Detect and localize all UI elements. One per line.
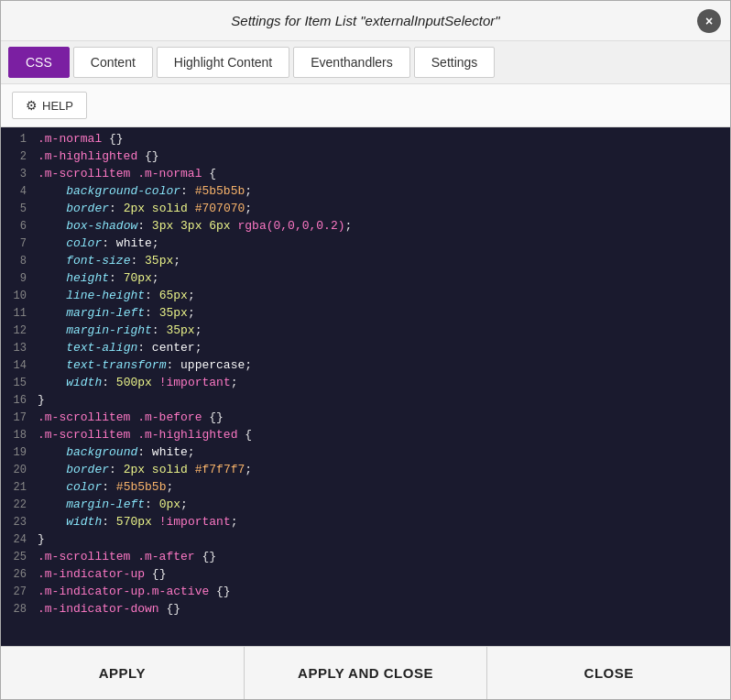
tab-css[interactable]: CSS (8, 47, 70, 78)
apply-and-close-button[interactable]: APPLY AND CLOSE (245, 647, 488, 699)
close-button[interactable]: CLOSE (487, 647, 730, 699)
code-line: 22 margin-left: 0px; (1, 497, 730, 514)
code-line: 5 border: 2px solid #707070; (1, 201, 730, 218)
line-number: 23 (1, 516, 38, 529)
code-line: 3 .m-scrollitem .m-normal { (1, 166, 730, 183)
dialog-title: Settings for Item List "externalInputSel… (231, 13, 499, 28)
line-number: 18 (1, 429, 38, 442)
line-number: 10 (1, 290, 38, 302)
code-line: 11 margin-left: 35px; (1, 305, 730, 323)
code-line: 18 .m-scrollitem .m-highlighted { (1, 427, 730, 444)
code-line: 23 width: 570px !important; (1, 514, 730, 531)
code-line: 26 .m-indicator-up {} (1, 566, 730, 584)
line-number: 19 (1, 446, 38, 459)
code-line: 20 border: 2px solid #f7f7f7; (1, 462, 730, 479)
line-number: 28 (1, 603, 38, 616)
code-line: 6 box-shadow: 3px 3px 6px rgba(0,0,0,0.2… (1, 218, 730, 235)
code-line: 25 .m-scrollitem .m-after {} (1, 549, 730, 566)
help-label: HELP (42, 99, 73, 113)
footer: APPLY APPLY AND CLOSE CLOSE (1, 646, 730, 699)
line-number: 15 (1, 377, 38, 389)
code-line: 4 background-color: #5b5b5b; (1, 183, 730, 201)
code-line: 9 height: 70px; (1, 270, 730, 288)
code-line: 12 margin-right: 35px; (1, 323, 730, 340)
code-line: 1 .m-normal {} (1, 131, 730, 148)
line-number: 22 (1, 498, 38, 511)
gear-icon: ⚙ (26, 98, 38, 113)
code-editor[interactable]: 1 .m-normal {} 2 .m-highlighted {} 3 .m-… (1, 127, 730, 646)
code-line: 27 .m-indicator-up.m-active {} (1, 584, 730, 601)
apply-button[interactable]: APPLY (1, 647, 245, 699)
help-button[interactable]: ⚙ HELP (12, 92, 87, 119)
line-number: 7 (1, 237, 38, 250)
line-number: 13 (1, 342, 38, 355)
line-number: 24 (1, 533, 38, 546)
line-number: 2 (1, 150, 38, 163)
code-line: 10 line-height: 65px; (1, 288, 730, 305)
line-number: 16 (1, 394, 38, 407)
line-number: 11 (1, 307, 38, 320)
tab-highlight-content[interactable]: Highlight Content (157, 47, 289, 78)
line-number: 26 (1, 568, 38, 581)
line-number: 1 (1, 133, 38, 146)
code-line: 14 text-transform: uppercase; (1, 357, 730, 375)
tab-bar: CSS Content Highlight Content Eventhandl… (1, 41, 730, 84)
line-number: 25 (1, 551, 38, 563)
code-line: 8 font-size: 35px; (1, 253, 730, 270)
close-dialog-button[interactable]: × (697, 9, 721, 33)
line-number: 14 (1, 359, 38, 372)
code-line: 28 .m-indicator-down {} (1, 601, 730, 618)
tab-content[interactable]: Content (73, 47, 153, 78)
code-line: 15 width: 500px !important; (1, 375, 730, 392)
code-line: 17 .m-scrollitem .m-before {} (1, 410, 730, 427)
code-line: 7 color: white; (1, 235, 730, 253)
line-number: 4 (1, 185, 38, 198)
code-line: 16 } (1, 392, 730, 410)
tab-eventhandlers[interactable]: Eventhandlers (293, 47, 410, 78)
line-number: 9 (1, 272, 38, 285)
line-number: 3 (1, 168, 38, 180)
line-number: 21 (1, 481, 38, 494)
line-number: 12 (1, 324, 38, 337)
line-number: 17 (1, 411, 38, 424)
title-bar: Settings for Item List "externalInputSel… (1, 1, 730, 41)
code-line: 24 } (1, 531, 730, 549)
line-number: 5 (1, 202, 38, 215)
line-number: 8 (1, 255, 38, 268)
line-number: 27 (1, 585, 38, 598)
line-number: 6 (1, 220, 38, 233)
line-number: 20 (1, 464, 38, 476)
code-line: 2 .m-highlighted {} (1, 148, 730, 166)
code-line: 21 color: #5b5b5b; (1, 479, 730, 497)
code-line: 13 text-align: center; (1, 340, 730, 357)
code-line: 19 background: white; (1, 444, 730, 462)
dialog: Settings for Item List "externalInputSel… (0, 0, 731, 700)
help-bar: ⚙ HELP (1, 84, 730, 127)
tab-settings[interactable]: Settings (414, 47, 496, 78)
